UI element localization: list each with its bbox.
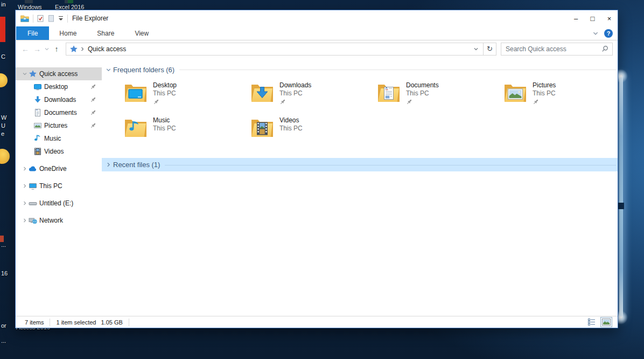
title-bar[interactable]: File Explorer – □ ×: [16, 10, 618, 26]
desktop-folder-icon: [123, 82, 148, 104]
help-icon[interactable]: ?: [604, 29, 613, 38]
folder-tile-name: Desktop: [153, 81, 177, 89]
wallpaper-beam-gap: [618, 203, 624, 209]
ribbon-tab-bar: File Home Share View ?: [16, 26, 618, 40]
pin-icon: [90, 122, 96, 129]
chevron-right-icon[interactable]: [20, 166, 29, 171]
chevron-right-icon[interactable]: [106, 162, 113, 168]
desktop-label-fragment[interactable]: 16: [1, 270, 8, 277]
sidebar-item-network[interactable]: Network: [16, 214, 102, 227]
desktop-label-fragment[interactable]: W: [1, 114, 6, 121]
items-count: 7 items: [19, 319, 50, 326]
folder-tile-location: This PC: [279, 125, 303, 132]
group-header-label: Frequent folders (6): [113, 66, 174, 74]
pin-icon: [90, 84, 96, 90]
quick-access-star-icon: [69, 45, 78, 53]
sidebar-item-quick-access[interactable]: Quick access: [16, 67, 102, 80]
yellow-app-icon-fragment[interactable]: [0, 73, 8, 87]
address-bar[interactable]: Quick access: [66, 43, 484, 56]
desktop-icon: [33, 82, 44, 91]
tab-share[interactable]: Share: [87, 26, 124, 40]
refresh-button[interactable]: ↻: [484, 43, 496, 56]
group-header-rule: [179, 70, 616, 70]
sidebar-item-documents[interactable]: Documents: [16, 106, 102, 119]
drive-icon: [29, 199, 39, 208]
sidebar-item-label: Music: [44, 135, 61, 142]
close-button[interactable]: ×: [601, 10, 618, 26]
recent-locations-icon[interactable]: [43, 46, 51, 52]
file-list-pane: Frequent folders (6) Desktop This PC: [102, 57, 618, 316]
properties-button[interactable]: [37, 15, 44, 22]
back-button[interactable]: ←: [19, 45, 31, 53]
pin-icon: [90, 96, 96, 103]
file-explorer-logo-icon: [20, 14, 30, 23]
breadcrumb-chevron-icon[interactable]: [80, 46, 85, 52]
sidebar-item-this-pc[interactable]: This PC: [16, 180, 102, 192]
yellow-app-icon-fragment[interactable]: [0, 149, 10, 164]
search-input[interactable]: [506, 45, 601, 53]
breadcrumb[interactable]: Quick access: [88, 45, 126, 53]
search-box[interactable]: [501, 43, 613, 56]
red-app-icon-fragment[interactable]: [0, 17, 5, 42]
documents-folder-icon: [376, 82, 401, 104]
search-icon[interactable]: [601, 45, 609, 53]
tab-home[interactable]: Home: [49, 26, 87, 40]
chevron-right-icon[interactable]: [20, 201, 29, 206]
sidebar-item-music[interactable]: Music: [16, 132, 102, 145]
sidebar-item-videos[interactable]: Videos: [16, 145, 102, 158]
folder-tile-downloads[interactable]: Downloads This PC: [250, 81, 358, 116]
folder-tile-name: Downloads: [279, 81, 311, 89]
desktop-label-fragment[interactable]: ...: [1, 337, 6, 344]
folder-tile-location: This PC: [153, 89, 177, 97]
chevron-right-icon[interactable]: [20, 183, 29, 189]
frequent-folders-grid: Desktop This PC Downloads This PC: [123, 81, 618, 151]
sidebar-item-pictures[interactable]: Pictures: [16, 119, 102, 132]
minimize-button[interactable]: –: [568, 10, 584, 26]
sidebar-item-downloads[interactable]: Downloads: [16, 93, 102, 106]
desktop-label-fragment[interactable]: in: [1, 1, 6, 8]
sidebar-item-untitled-drive[interactable]: Untitled (E:): [16, 197, 102, 210]
folder-tile-desktop[interactable]: Desktop This PC: [123, 81, 231, 116]
recent-files-header[interactable]: Recent files (1): [102, 158, 618, 171]
folder-tile-music[interactable]: Music This PC: [123, 116, 231, 151]
frequent-folders-header[interactable]: Frequent folders (6): [102, 64, 618, 75]
sidebar-item-label: Quick access: [39, 70, 78, 78]
large-icons-view-button[interactable]: [600, 317, 612, 327]
pin-icon: [153, 99, 177, 105]
desktop-label-fragment[interactable]: ...: [1, 241, 6, 248]
details-view-button[interactable]: [587, 317, 597, 327]
desktop-label-fragment[interactable]: C: [1, 53, 5, 60]
folder-tile-location: This PC: [279, 89, 311, 97]
sidebar-item-desktop[interactable]: Desktop: [16, 80, 102, 93]
quick-access-star-icon: [29, 70, 39, 78]
desktop-label-fragment[interactable]: U: [1, 122, 5, 129]
folder-tile-location: This PC: [406, 89, 439, 97]
tab-view[interactable]: View: [124, 26, 159, 40]
sidebar-item-label: Pictures: [44, 122, 67, 129]
sidebar-item-label: Network: [39, 217, 63, 224]
chevron-down-icon[interactable]: [20, 71, 29, 77]
customize-toolbar-dropdown-icon[interactable]: [58, 16, 64, 20]
tab-file[interactable]: File: [16, 26, 49, 40]
documents-icon: [33, 108, 44, 117]
file-explorer-window: File Explorer – □ × File Home Share View…: [15, 10, 618, 328]
folder-tile-videos[interactable]: Videos This PC: [250, 116, 358, 151]
forward-button[interactable]: →: [31, 45, 43, 53]
desktop-label-fragment[interactable]: e: [1, 130, 4, 137]
folder-tile-location: This PC: [153, 125, 176, 132]
expand-ribbon-icon[interactable]: [592, 30, 599, 37]
chevron-down-icon[interactable]: [106, 67, 113, 73]
desktop-label-fragment[interactable]: or: [1, 322, 6, 329]
new-folder-button[interactable]: [47, 15, 55, 22]
maximize-button[interactable]: □: [584, 10, 601, 26]
pin-icon: [90, 109, 96, 116]
network-icon: [29, 216, 39, 225]
address-dropdown-icon[interactable]: [470, 46, 482, 52]
folder-tile-name: Music: [153, 116, 176, 124]
up-button[interactable]: ↑: [51, 45, 62, 53]
chevron-right-icon[interactable]: [20, 218, 29, 223]
excel-icon-fragment: [65, 0, 73, 3]
folder-tile-pictures[interactable]: Pictures This PC: [503, 81, 611, 116]
folder-tile-documents[interactable]: Documents This PC: [376, 81, 484, 116]
sidebar-item-onedrive[interactable]: OneDrive: [16, 162, 102, 175]
